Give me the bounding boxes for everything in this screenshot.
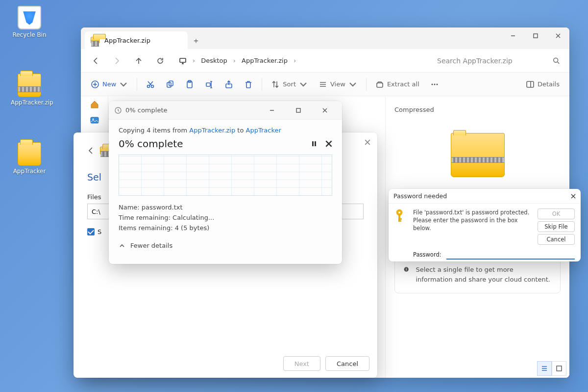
desktop-icon-label: AppTracker	[11, 168, 48, 175]
wizard-buttons: Next Cancel	[283, 356, 369, 371]
password-buttons: OK Skip File Cancel	[538, 209, 575, 245]
password-dialog: Password needed File 'password.txt' is p…	[389, 189, 581, 261]
svg-point-14	[434, 83, 435, 85]
home-icon[interactable]	[90, 100, 99, 109]
maximize-button[interactable]	[287, 102, 310, 119]
arrow-left-icon[interactable]	[87, 147, 95, 155]
breadcrumb: › Desktop › AppTracker.zip ›	[176, 52, 430, 70]
trash-icon	[244, 80, 253, 89]
share-button[interactable]	[220, 77, 237, 92]
minimize-button[interactable]	[261, 102, 283, 119]
transfer-graph	[119, 155, 332, 196]
message-line: Please enter the password in the box bel…	[413, 216, 532, 232]
desktop-icon-folder[interactable]: AppTracker	[11, 142, 48, 175]
checkbox-label: S	[98, 228, 101, 235]
minimize-button[interactable]	[502, 27, 524, 44]
rename-button[interactable]	[201, 77, 218, 92]
fewer-details-label: Fewer details	[130, 242, 172, 249]
sort-button[interactable]: Sort	[267, 77, 312, 92]
search-box[interactable]	[432, 52, 564, 69]
message-line: File 'password.txt' is password protecte…	[413, 209, 532, 216]
breadcrumb-label: AppTracker.zip	[242, 57, 288, 64]
clipboard-icon	[185, 80, 194, 89]
zip-folder-icon	[18, 74, 41, 97]
time-remaining-line: Time remaining: Calculating...	[119, 213, 332, 223]
tab-apptracker[interactable]: AppTracker.zip	[85, 31, 188, 49]
cancel-button[interactable]	[325, 140, 332, 147]
toolbar: New Sort View Extract all	[81, 73, 569, 96]
button-label: Sort	[283, 80, 296, 88]
breadcrumb-root[interactable]	[176, 52, 190, 70]
close-button[interactable]	[314, 102, 336, 119]
button-label: Details	[538, 80, 560, 88]
icons-view-toggle[interactable]	[552, 361, 566, 376]
list-icon	[318, 80, 327, 89]
breadcrumb-zip[interactable]: AppTracker.zip	[239, 52, 291, 70]
items-remaining-line: Items remaining: 4 (5 bytes)	[119, 223, 332, 234]
svg-rect-25	[312, 141, 314, 146]
source-link[interactable]: AppTracker.zip	[189, 127, 235, 134]
search-icon	[553, 57, 560, 64]
cancel-button[interactable]: Cancel	[325, 356, 369, 371]
nav-refresh-button[interactable]	[150, 52, 170, 70]
svg-point-28	[398, 211, 400, 213]
svg-rect-10	[206, 83, 210, 86]
svg-point-18	[92, 119, 94, 120]
extract-all-button[interactable]: Extract all	[371, 77, 423, 92]
destination-link[interactable]: AppTracker	[246, 127, 281, 134]
skip-file-button[interactable]: Skip File	[538, 221, 575, 232]
divider	[262, 78, 262, 91]
svg-rect-31	[399, 220, 401, 222]
password-input[interactable]	[446, 250, 575, 260]
more-button[interactable]	[426, 77, 443, 92]
divider	[137, 78, 137, 91]
ok-button[interactable]: OK	[538, 209, 575, 219]
percent-complete: 0% complete	[119, 138, 183, 150]
chevron-right-icon: ›	[192, 57, 196, 64]
next-button[interactable]: Next	[283, 356, 320, 371]
cancel-button[interactable]: Cancel	[538, 234, 575, 245]
fewer-details-toggle[interactable]: Fewer details	[119, 242, 332, 249]
search-input[interactable]	[437, 57, 553, 65]
maximize-button[interactable]	[524, 27, 547, 44]
checkbox-checked-icon[interactable]	[87, 228, 95, 235]
pause-button[interactable]	[311, 140, 318, 147]
close-button[interactable]	[571, 194, 576, 199]
paste-button[interactable]	[181, 77, 198, 92]
new-button[interactable]: New	[87, 77, 132, 92]
close-button[interactable]	[547, 27, 569, 44]
copy-progress-window: 0% complete Copying 4 items from AppTrac…	[109, 101, 342, 264]
svg-rect-1	[180, 58, 186, 62]
svg-rect-26	[315, 141, 316, 146]
new-tab-button[interactable]: ＋	[188, 32, 204, 49]
nav-forward-button[interactable]	[107, 52, 127, 70]
progress-title: 0% complete	[125, 106, 167, 114]
tab-close-button[interactable]	[171, 35, 182, 46]
desktop-icon-recycle-bin[interactable]: Recycle Bin	[11, 6, 48, 38]
details-pane-button[interactable]: Details	[522, 77, 564, 92]
zip-folder-icon	[451, 133, 505, 177]
cut-button[interactable]	[142, 77, 159, 92]
nav-up-button[interactable]	[129, 52, 148, 70]
copy-button[interactable]	[162, 77, 178, 92]
button-label: View	[330, 80, 345, 88]
column-header-compressed[interactable]: Compressed	[394, 106, 561, 113]
sort-icon	[271, 80, 280, 89]
gallery-icon[interactable]	[90, 116, 99, 125]
delete-button[interactable]	[240, 77, 257, 92]
copying-mid: to	[235, 127, 245, 134]
details-view-toggle[interactable]	[537, 361, 552, 376]
nav-back-button[interactable]	[86, 52, 105, 70]
progress-titlebar: 0% complete	[109, 101, 342, 120]
desktop-icon-zip[interactable]: AppTracker.zip	[11, 74, 48, 106]
view-button[interactable]: View	[315, 77, 361, 92]
close-button[interactable]	[365, 139, 370, 145]
tab-label: AppTracker.zip	[104, 37, 150, 44]
chevron-right-icon: ›	[232, 57, 237, 64]
svg-rect-20	[406, 269, 407, 270]
share-icon	[224, 80, 233, 89]
svg-rect-30	[399, 218, 402, 220]
folder-icon	[18, 142, 41, 166]
breadcrumb-desktop[interactable]: Desktop	[198, 52, 230, 70]
window-controls	[502, 27, 569, 44]
